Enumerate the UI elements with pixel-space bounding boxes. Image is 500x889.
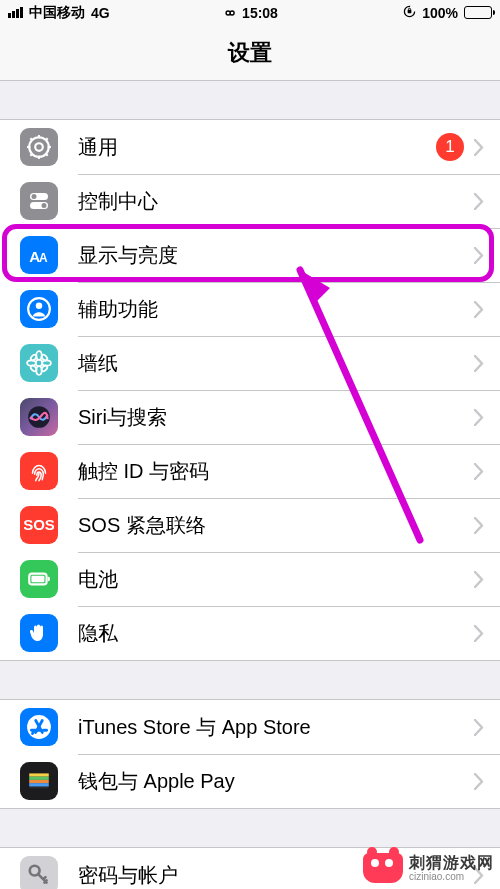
svg-point-22 — [36, 351, 41, 360]
settings-list[interactable]: 通用1控制中心AA显示与亮度辅助功能墙纸Siri与搜索触控 ID 与密码SOSS… — [0, 119, 500, 889]
settings-row-touchid[interactable]: 触控 ID 与密码 — [0, 444, 500, 498]
svg-rect-42 — [29, 773, 49, 776]
row-label: 隐私 — [78, 620, 474, 647]
hand-icon — [20, 614, 58, 652]
row-label: 控制中心 — [78, 188, 474, 215]
settings-group: 通用1控制中心AA显示与亮度辅助功能墙纸Siri与搜索触控 ID 与密码SOSS… — [0, 119, 500, 661]
svg-point-24 — [27, 360, 36, 365]
row-label: 通用 — [78, 134, 436, 161]
settings-screen: 中国移动 4G 15:08 100% 设置 通用1控制中心AA显示与亮度辅助功能… — [0, 0, 500, 889]
page-title: 设置 — [228, 38, 272, 68]
svg-line-40 — [33, 732, 34, 734]
svg-line-10 — [46, 154, 48, 156]
chevron-right-icon — [474, 463, 484, 480]
sos-icon: SOS — [20, 506, 58, 544]
watermark-logo-icon — [363, 853, 403, 883]
watermark-cn: 刺猬游戏网 — [409, 854, 494, 872]
switches-icon — [20, 182, 58, 220]
network-label: 4G — [91, 5, 110, 21]
row-label: 电池 — [78, 566, 474, 593]
row-label: 触控 ID 与密码 — [78, 458, 474, 485]
chevron-right-icon — [474, 571, 484, 588]
row-label: Siri与搜索 — [78, 404, 474, 431]
svg-rect-45 — [29, 783, 49, 786]
svg-rect-43 — [29, 777, 49, 780]
chevron-right-icon — [474, 193, 484, 210]
notification-badge: 1 — [436, 133, 464, 161]
battery-icon — [464, 6, 492, 19]
key-icon — [20, 856, 58, 889]
svg-point-23 — [36, 366, 41, 375]
orientation-lock-icon — [403, 5, 416, 21]
row-label: SOS 紧急联络 — [78, 512, 474, 539]
flower-icon — [20, 344, 58, 382]
svg-point-25 — [42, 360, 51, 365]
appstore-icon — [20, 708, 58, 746]
row-label: 辅助功能 — [78, 296, 474, 323]
chevron-right-icon — [474, 355, 484, 372]
battery-icon — [20, 560, 58, 598]
signal-icon — [8, 7, 23, 18]
fingerprint-icon — [20, 452, 58, 490]
settings-row-wallet[interactable]: 钱包与 Apple Pay — [0, 754, 500, 808]
svg-point-4 — [35, 143, 43, 151]
chevron-right-icon — [474, 719, 484, 736]
nav-bar: 设置 — [0, 25, 500, 81]
svg-line-11 — [30, 154, 32, 156]
row-label: 显示与亮度 — [78, 242, 474, 269]
gear-icon — [20, 128, 58, 166]
settings-group: iTunes Store 与 App Store钱包与 Apple Pay — [0, 699, 500, 809]
settings-row-siri[interactable]: Siri与搜索 — [0, 390, 500, 444]
time-label: 15:08 — [242, 5, 278, 21]
settings-row-control[interactable]: 控制中心 — [0, 174, 500, 228]
svg-point-14 — [32, 194, 37, 199]
svg-point-16 — [42, 203, 47, 208]
chevron-right-icon — [474, 409, 484, 426]
row-label: 墙纸 — [78, 350, 474, 377]
svg-rect-2 — [409, 8, 411, 11]
svg-rect-34 — [31, 576, 44, 583]
settings-row-sos[interactable]: SOSSOS 紧急联络 — [0, 498, 500, 552]
settings-row-wallpaper[interactable]: 墙纸 — [0, 336, 500, 390]
svg-text:A: A — [39, 251, 48, 265]
chevron-right-icon — [474, 247, 484, 264]
svg-point-20 — [36, 303, 43, 310]
status-bar: 中国移动 4G 15:08 100% — [0, 0, 500, 25]
row-label: iTunes Store 与 App Store — [78, 714, 474, 741]
settings-row-general[interactable]: 通用1 — [0, 120, 500, 174]
row-label: 钱包与 Apple Pay — [78, 768, 474, 795]
person-circle-icon — [20, 290, 58, 328]
settings-row-itunes[interactable]: iTunes Store 与 App Store — [0, 700, 500, 754]
settings-row-display[interactable]: AA显示与亮度 — [0, 228, 500, 282]
chevron-right-icon — [474, 625, 484, 642]
svg-line-12 — [46, 138, 48, 140]
wallet-icon — [20, 762, 58, 800]
hotspot-icon — [222, 5, 238, 21]
aa-icon: AA — [20, 236, 58, 274]
chevron-right-icon — [474, 517, 484, 534]
watermark: 刺猬游戏网 ciziniao.com — [363, 853, 494, 883]
settings-row-privacy[interactable]: 隐私 — [0, 606, 500, 660]
svg-point-21 — [36, 360, 43, 367]
svg-rect-44 — [29, 780, 49, 783]
svg-line-9 — [30, 138, 32, 140]
chevron-right-icon — [474, 301, 484, 318]
battery-pct-label: 100% — [422, 5, 458, 21]
chevron-right-icon — [474, 139, 484, 156]
settings-row-accessibility[interactable]: 辅助功能 — [0, 282, 500, 336]
carrier-label: 中国移动 — [29, 4, 85, 22]
settings-row-battery[interactable]: 电池 — [0, 552, 500, 606]
svg-rect-33 — [48, 577, 50, 581]
siri-icon — [20, 398, 58, 436]
watermark-en: ciziniao.com — [409, 871, 494, 882]
svg-text:SOS: SOS — [24, 516, 54, 533]
chevron-right-icon — [474, 773, 484, 790]
